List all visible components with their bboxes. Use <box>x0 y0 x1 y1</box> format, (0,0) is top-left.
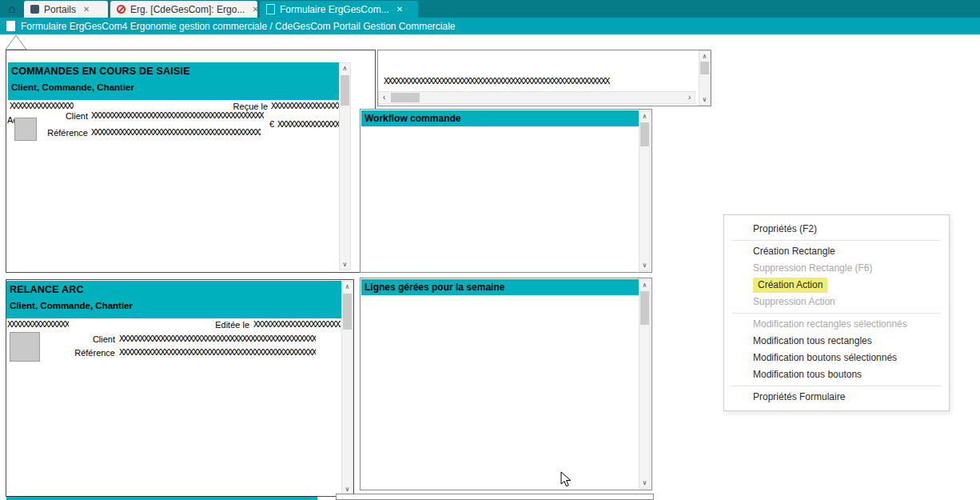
panel-title: RELANCE ARC <box>10 284 341 295</box>
mouse-cursor <box>560 471 573 488</box>
menu-item-creation-rectangle[interactable]: Création Rectangle <box>724 243 949 260</box>
menu-item-modif-boutons-selectionnes[interactable]: Modification boutons sélectionnés <box>724 350 949 366</box>
app-window: ⌂ Portails ✕ Erg. [CdeGesCom]: Ergo... ✕… <box>0 0 980 500</box>
panel-subtitle: Client, Commande, Chantier <box>11 82 339 92</box>
tab-formulaire-erggescom[interactable]: Formulaire ErgGesCom... ✕ <box>260 1 418 18</box>
menu-item-suppression-rectangle: Suppression Rectangle (F6) <box>724 260 949 277</box>
image-placeholder-box[interactable] <box>14 118 37 141</box>
scroll-left-icon[interactable]: ‹ <box>379 92 389 103</box>
scroll-down-icon[interactable]: ∨ <box>639 478 650 488</box>
panel-partial-bottom-right <box>336 494 654 500</box>
scroll-up-icon[interactable]: ∧ <box>699 51 710 62</box>
field-placeholder[interactable]: XXXXXXXXXXXXXXXXXXXXXXXXXXXXXXXXXXXXXXXX… <box>7 319 69 330</box>
menu-item-proprietes-formulaire[interactable]: Propriétés Formulaire <box>724 389 949 406</box>
client-label: Client <box>74 334 115 345</box>
euro-label: € <box>266 119 274 130</box>
panel-title: Workflow commande <box>365 113 460 124</box>
lignes-vertical-scrollbar[interactable]: ∧ ∨ <box>639 279 651 489</box>
scroll-up-icon[interactable]: ∧ <box>639 280 650 290</box>
scroll-thumb[interactable] <box>700 62 709 74</box>
panel-lignes[interactable] <box>360 278 652 490</box>
menu-separator <box>732 386 941 386</box>
field-placeholder[interactable]: XXXXXXXXXXXXXXXXXXXXXXXXXXXXXXXXXXXXXXXX… <box>10 101 74 111</box>
scroll-thumb[interactable] <box>640 291 649 325</box>
menu-item-suppression-action: Suppression Action <box>724 294 949 310</box>
panel-commandes-header: COMMANDES EN COURS DE SAISIE Client, Com… <box>8 62 339 100</box>
close-icon[interactable]: ✕ <box>396 5 403 14</box>
panel-workflow[interactable] <box>360 109 652 273</box>
scroll-up-icon[interactable]: ∧ <box>639 111 650 122</box>
top-strip-vertical-scrollbar[interactable]: ∧ ∨ <box>699 50 711 106</box>
scroll-thumb[interactable] <box>341 75 349 106</box>
scroll-thumb[interactable] <box>391 93 420 102</box>
field-placeholder[interactable]: XXXXXXXXXXXXXXXXXXXXXXXXXXXXXXXXXXXXXXXX… <box>119 347 316 358</box>
reference-label: Référence <box>38 128 88 138</box>
workflow-vertical-scrollbar[interactable]: ∧ ∨ <box>639 110 651 271</box>
page-title: Formulaire ErgGesCom4 Ergonomie gestion … <box>21 21 456 32</box>
tab-label: Erg. [CdeGesCom]: Ergo... <box>130 4 245 15</box>
form-icon <box>266 4 275 14</box>
close-icon[interactable]: ✕ <box>252 5 257 14</box>
form-icon <box>6 21 15 31</box>
portal-icon <box>30 5 39 14</box>
page-header: Formulaire ErgGesCom4 Ergonomie gestion … <box>0 18 980 34</box>
field-placeholder[interactable]: XXXXXXXXXXXXXXXXXXXXXXXXXXXXXXXXXXXXXXXX… <box>277 119 339 130</box>
menu-item-modif-tous-boutons[interactable]: Modification tous boutons <box>724 366 949 383</box>
close-icon[interactable]: ✕ <box>83 5 90 14</box>
selection-handle-triangle[interactable] <box>5 34 27 50</box>
client-label: Client <box>50 111 88 122</box>
panel-subtitle: Client, Commande, Chantier <box>10 301 341 310</box>
top-strip-horizontal-scrollbar[interactable]: ‹ › <box>378 91 695 104</box>
panel-workflow-header: Workflow commande <box>361 110 639 126</box>
scroll-down-icon[interactable]: ∨ <box>639 260 650 270</box>
relance-vertical-scrollbar[interactable]: ∧ ∨ <box>341 281 353 495</box>
scroll-thumb[interactable] <box>343 294 352 330</box>
menu-separator <box>732 313 941 314</box>
tab-erg-cdegescom[interactable]: Erg. [CdeGesCom]: Ergo... ✕ <box>110 1 257 18</box>
field-placeholder[interactable]: XXXXXXXXXXXXXXXXXXXXXXXXXXXXXXXXXXXXXXXX… <box>271 101 339 111</box>
scroll-right-icon[interactable]: › <box>684 92 695 103</box>
reference-label: Référence <box>64 348 115 358</box>
scroll-up-icon[interactable]: ∧ <box>340 63 350 74</box>
commandes-vertical-scrollbar[interactable]: ∧ ∨ <box>339 62 351 270</box>
field-placeholder[interactable]: XXXXXXXXXXXXXXXXXXXXXXXXXXXXXXXXXXXXXXXX… <box>253 319 341 330</box>
tab-label: Portails <box>44 4 76 15</box>
panel-title: COMMANDES EN COURS DE SAISIE <box>11 66 339 77</box>
scroll-down-icon[interactable]: ∨ <box>699 94 710 105</box>
panel-partial-bottom-left <box>6 496 317 500</box>
scroll-down-icon[interactable]: ∨ <box>340 259 350 270</box>
field-placeholder[interactable]: XXXXXXXXXXXXXXXXXXXXXXXXXXXXXXXXXXXXXXXX… <box>119 334 316 344</box>
scroll-up-icon[interactable]: ∧ <box>342 282 353 292</box>
editee-le-label: Editée le <box>201 320 249 330</box>
browser-tab-bar: ⌂ Portails ✕ Erg. [CdeGesCom]: Ergo... ✕… <box>0 0 980 18</box>
no-entry-icon <box>117 5 125 14</box>
tab-label: Formulaire ErgGesCom... <box>280 4 389 15</box>
home-icon: ⌂ <box>8 2 15 15</box>
menu-item-modif-tous-rectangles[interactable]: Modification tous rectangles <box>724 333 949 350</box>
menu-separator <box>732 240 941 241</box>
image-placeholder-box[interactable] <box>10 332 40 362</box>
scroll-thumb[interactable] <box>640 122 649 146</box>
field-placeholder[interactable]: XXXXXXXXXXXXXXXXXXXXXXXXXXXXXXXXXXXXXXXX… <box>91 127 261 138</box>
panel-lignes-header: Lignes gérées pour la semaine <box>361 279 639 295</box>
menu-item-proprietes[interactable]: Propriétés (F2) <box>724 221 949 238</box>
menu-item-creation-action[interactable]: Création Action <box>724 277 949 294</box>
tab-portails[interactable]: Portails ✕ <box>24 1 108 18</box>
context-menu: Propriétés (F2) Création Rectangle Suppr… <box>723 214 950 411</box>
field-placeholder[interactable]: XXXXXXXXXXXXXXXXXXXXXXXXXXXXXXXXXXXXXXXX… <box>384 76 610 86</box>
home-button[interactable]: ⌂ <box>2 0 22 18</box>
panel-relance-header: RELANCE ARC Client, Commande, Chantier <box>6 281 341 318</box>
menu-item-modif-rectangles-selectionnes: Modification rectangles sélectionnés <box>724 316 949 333</box>
panel-title: Lignes gérées pour la semaine <box>365 282 504 293</box>
field-placeholder[interactable]: XXXXXXXXXXXXXXXXXXXXXXXXXXXXXXXXXXXXXXXX… <box>91 110 264 121</box>
